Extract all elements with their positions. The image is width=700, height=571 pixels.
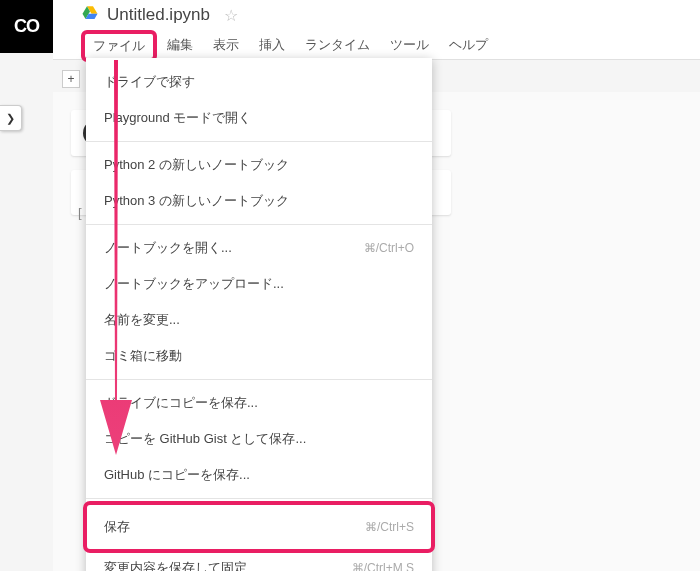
menu-new-py2-notebook[interactable]: Python 2 の新しいノートブック	[86, 147, 432, 183]
menu-upload-notebook[interactable]: ノートブックをアップロード...	[86, 266, 432, 302]
google-drive-icon	[81, 4, 99, 26]
menu-save-copy-drive[interactable]: ドライブにコピーを保存...	[86, 385, 432, 421]
header: Untitled.ipynb ☆ ファイル 編集 表示 挿入 ランタイム ツール…	[53, 0, 700, 60]
menu-separator	[86, 224, 432, 225]
shortcut-label: ⌘/Ctrl+S	[365, 520, 414, 534]
menu-separator	[86, 498, 432, 499]
shortcut-label: ⌘/Ctrl+M S	[352, 561, 414, 571]
menu-save-copy-gist[interactable]: コピーを GitHub Gist として保存...	[86, 421, 432, 457]
menu-item-label: ドライブにコピーを保存...	[104, 394, 258, 412]
menu-open-playground[interactable]: Playground モードで開く	[86, 100, 432, 136]
menu-save-copy-github[interactable]: GitHub にコピーを保存...	[86, 457, 432, 493]
menubar: ファイル 編集 表示 挿入 ランタイム ツール ヘルプ	[53, 26, 700, 62]
menu-item-label: Python 2 の新しいノートブック	[104, 156, 289, 174]
menu-move-to-trash[interactable]: ゴミ箱に移動	[86, 338, 432, 374]
sidebar-expand-button[interactable]: ❯	[0, 105, 22, 131]
colab-logo: CO	[0, 0, 53, 53]
menu-item-label: コピーを GitHub Gist として保存...	[104, 430, 306, 448]
menu-save[interactable]: 保存⌘/Ctrl+S	[86, 504, 432, 550]
menu-item-label: 名前を変更...	[104, 311, 180, 329]
file-menu-dropdown: ドライブで探す Playground モードで開く Python 2 の新しいノ…	[86, 58, 432, 571]
menu-save-and-pin[interactable]: 変更内容を保存して固定⌘/Ctrl+M S	[86, 550, 432, 571]
logo-text: CO	[14, 16, 39, 37]
menu-item-label: GitHub にコピーを保存...	[104, 466, 250, 484]
menu-rename[interactable]: 名前を変更...	[86, 302, 432, 338]
add-cell-button[interactable]: +	[62, 70, 80, 88]
menu-help[interactable]: ヘルプ	[439, 30, 498, 62]
menu-new-py3-notebook[interactable]: Python 3 の新しいノートブック	[86, 183, 432, 219]
cell-bracket: [	[78, 205, 82, 220]
star-icon[interactable]: ☆	[224, 6, 238, 25]
menu-separator	[86, 141, 432, 142]
menu-item-label: ノートブックを開く...	[104, 239, 232, 257]
document-title[interactable]: Untitled.ipynb	[107, 5, 210, 25]
plus-icon: +	[67, 72, 74, 86]
menu-locate-in-drive[interactable]: ドライブで探す	[86, 64, 432, 100]
menu-item-label: Python 3 の新しいノートブック	[104, 192, 289, 210]
menu-separator	[86, 379, 432, 380]
menu-item-label: ドライブで探す	[104, 73, 195, 91]
shortcut-label: ⌘/Ctrl+O	[364, 241, 414, 255]
menu-item-label: 保存	[104, 518, 130, 536]
title-row: Untitled.ipynb ☆	[53, 0, 700, 26]
menu-item-label: ノートブックをアップロード...	[104, 275, 284, 293]
menu-item-label: Playground モードで開く	[104, 109, 251, 127]
menu-open-notebook[interactable]: ノートブックを開く...⌘/Ctrl+O	[86, 230, 432, 266]
chevron-right-icon: ❯	[6, 112, 15, 125]
menu-item-label: ゴミ箱に移動	[104, 347, 182, 365]
menu-item-label: 変更内容を保存して固定	[104, 559, 247, 571]
